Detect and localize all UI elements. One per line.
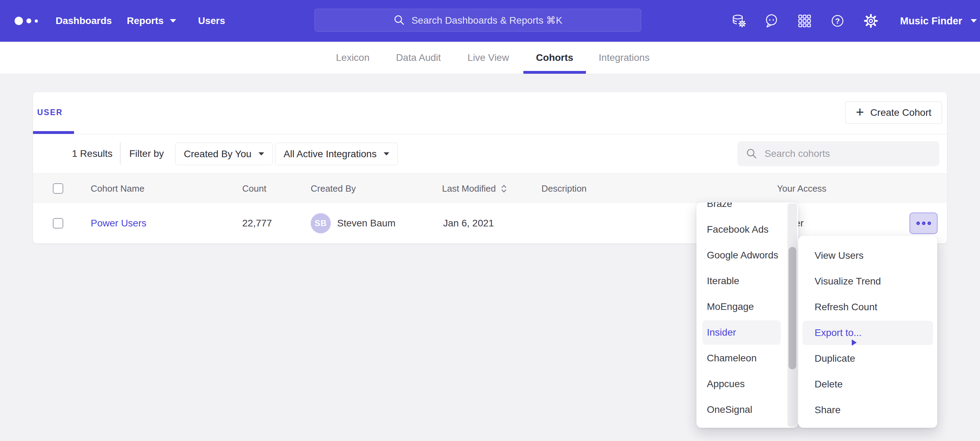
svg-text:?: ? (835, 17, 840, 26)
plus-icon: + (856, 105, 864, 119)
table-header-row: Cohort Name Count Created By Last Modifi… (33, 173, 947, 203)
tab-data-audit[interactable]: Data Audit (396, 42, 441, 74)
nav-dashboards[interactable]: Dashboards (56, 0, 112, 42)
submenu-item-appcues[interactable]: Appcues (697, 371, 798, 397)
chevron-down-icon (970, 19, 977, 22)
settings-gear-icon[interactable] (863, 13, 878, 29)
active-tab-underline (523, 71, 586, 74)
select-all-checkbox[interactable] (53, 183, 63, 194)
nav-dashboards-label: Dashboards (56, 15, 112, 26)
nav-reports[interactable]: Reports (127, 0, 176, 42)
tab-user-cohorts[interactable]: USER (37, 102, 63, 123)
submenu-item-moengage[interactable]: MoEngage (697, 294, 798, 320)
created-by-filter-dropdown[interactable]: Created By You (175, 142, 273, 165)
scrollbar-thumb[interactable] (789, 247, 796, 369)
search-cohorts-placeholder: Search cohorts (765, 148, 830, 159)
chevron-down-icon (259, 152, 264, 155)
project-selector[interactable]: Music Finder (900, 0, 977, 42)
apps-grid-icon[interactable] (797, 13, 812, 29)
results-count: 1 Results (72, 134, 113, 173)
export-submenu: Braze Facebook Ads Google Adwords Iterab… (697, 203, 798, 428)
search-icon (393, 14, 405, 26)
search-icon (746, 148, 757, 160)
tab-integrations[interactable]: Integrations (599, 42, 649, 74)
user-tab-underline (33, 131, 74, 134)
nav-reports-label: Reports (127, 15, 164, 26)
sort-icon (500, 183, 508, 194)
divider (120, 142, 121, 165)
last-modified-date: Jan 6, 2021 (443, 203, 494, 243)
menu-item-share[interactable]: Share (798, 397, 937, 423)
cohort-count: 22,777 (242, 203, 272, 243)
column-header-count[interactable]: Count (242, 174, 266, 203)
created-by-name: Steven Baum (337, 203, 396, 243)
chevron-down-icon (170, 19, 176, 22)
submenu-item-onesignal[interactable]: OneSignal (697, 397, 798, 423)
data-settings-icon[interactable] (731, 13, 746, 29)
app-screen: Dashboards Reports Users Search Dashboar… (0, 0, 980, 441)
top-navbar: Dashboards Reports Users Search Dashboar… (0, 0, 980, 42)
chevron-down-icon (383, 152, 389, 155)
submenu-item-chameleon[interactable]: Chameleon (697, 345, 798, 371)
column-header-created-by[interactable]: Created By (311, 174, 356, 203)
column-header-description[interactable]: Description (541, 174, 587, 203)
tab-lexicon[interactable]: Lexicon (336, 42, 370, 74)
divider (33, 134, 947, 134)
dot-icon (922, 222, 926, 225)
search-cohorts-input[interactable]: Search cohorts (737, 141, 939, 166)
column-header-cohort-name[interactable]: Cohort Name (91, 174, 145, 203)
submenu-item-facebook-ads[interactable]: Facebook Ads (697, 217, 798, 243)
menu-item-view-users[interactable]: View Users (798, 243, 937, 268)
menu-item-export-to[interactable]: Export to... (798, 320, 937, 346)
menu-item-visualize-trend[interactable]: Visualize Trend (798, 268, 937, 294)
menu-item-refresh-count[interactable]: Refresh Count (798, 294, 937, 320)
submenu-item-insider[interactable]: Insider (697, 320, 798, 345)
menu-item-duplicate[interactable]: Duplicate (798, 346, 937, 371)
row-checkbox[interactable] (53, 218, 63, 228)
help-icon[interactable]: ? (830, 13, 845, 29)
tab-cohorts[interactable]: Cohorts (536, 42, 573, 74)
submenu-arrow-icon (852, 339, 857, 346)
global-search-placeholder: Search Dashboards & Reports ⌘K (412, 14, 562, 26)
nav-users-label: Users (198, 15, 225, 26)
feedback-icon[interactable] (764, 13, 779, 29)
filter-by-label: Filter by (129, 134, 164, 173)
column-header-your-access[interactable]: Your Access (777, 174, 826, 203)
column-header-last-modified[interactable]: Last Modified (442, 174, 508, 203)
submenu-item-braze[interactable]: Braze (697, 203, 798, 217)
nav-users[interactable]: Users (198, 0, 225, 42)
submenu-item-iterable[interactable]: Iterable (697, 268, 798, 294)
global-search-input[interactable]: Search Dashboards & Reports ⌘K (315, 9, 641, 32)
project-name: Music Finder (900, 15, 962, 27)
integrations-filter-dropdown[interactable]: All Active Integrations (275, 142, 398, 165)
section-tabbar: Lexicon Data Audit Live View Cohorts Int… (0, 42, 980, 74)
row-context-menu: View Users Visualize Trend Refresh Count… (798, 236, 937, 428)
cohort-name-link[interactable]: Power Users (91, 203, 146, 243)
tab-live-view[interactable]: Live View (468, 42, 509, 74)
mixpanel-logo-icon[interactable] (14, 0, 38, 42)
create-cohort-button[interactable]: + Create Cohort (845, 102, 942, 124)
submenu-item-google-adwords[interactable]: Google Adwords (697, 243, 798, 268)
menu-item-delete[interactable]: Delete (798, 371, 937, 397)
dot-icon (928, 222, 931, 225)
cohorts-card: USER + Create Cohort 1 Results Filter by… (33, 92, 947, 243)
avatar: SB (311, 213, 331, 233)
export-submenu-list: Braze Facebook Ads Google Adwords Iterab… (697, 203, 798, 423)
dot-icon (916, 222, 920, 225)
row-actions-button[interactable] (910, 213, 938, 234)
